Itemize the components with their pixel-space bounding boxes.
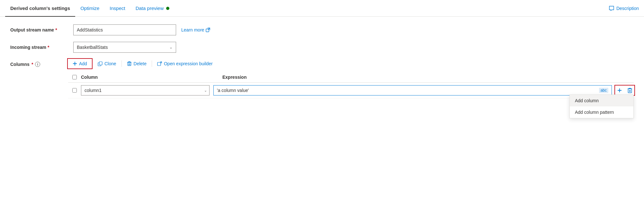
table-row: column1 ⌄ 'a column value' abc xyxy=(68,83,634,98)
add-column-option[interactable]: Add column xyxy=(570,95,633,106)
tab-inspect[interactable]: Inspect xyxy=(104,0,130,17)
chevron-down-icon: ⌄ xyxy=(169,45,173,50)
required-star: * xyxy=(55,27,57,32)
plus-icon xyxy=(73,61,77,66)
delete-button[interactable]: Delete xyxy=(122,59,151,68)
incoming-stream-select[interactable]: BasketballStats ⌄ xyxy=(73,42,176,53)
columns-toolbar: Add Clone xyxy=(68,59,634,68)
delete-button-label: Delete xyxy=(134,61,147,66)
status-dot xyxy=(166,7,169,10)
row-add-button[interactable] xyxy=(616,86,623,94)
toolbar-separator-2 xyxy=(121,60,122,67)
expression-type-badge: abc xyxy=(599,88,608,93)
svg-rect-4 xyxy=(157,62,161,66)
row-checkbox[interactable] xyxy=(72,88,77,93)
description-label: Description xyxy=(616,6,639,11)
clone-icon xyxy=(98,61,103,66)
output-stream-row: Output stream name * Learn more xyxy=(10,24,634,35)
learn-more-link[interactable]: Learn more xyxy=(181,27,210,32)
incoming-stream-row: Incoming stream * BasketballStats ⌄ xyxy=(10,42,634,53)
delete-icon xyxy=(127,61,132,66)
expression-value: 'a column value' xyxy=(217,88,249,93)
column-select[interactable]: column1 xyxy=(81,85,210,95)
add-column-dropdown-menu: Add column Add column pattern xyxy=(569,95,634,118)
required-star-3: * xyxy=(31,62,33,67)
incoming-stream-value: BasketballStats xyxy=(77,45,108,50)
clone-button-label: Clone xyxy=(104,61,116,66)
tab-optimize-label: Optimize xyxy=(80,5,99,11)
incoming-stream-dropdown[interactable]: BasketballStats ⌄ xyxy=(73,42,176,53)
svg-rect-2 xyxy=(99,62,102,65)
columns-section: Columns * i Add xyxy=(10,59,634,98)
top-navigation: Derived column's settings Optimize Inspe… xyxy=(0,0,644,17)
row-checkbox-col xyxy=(68,88,81,93)
incoming-stream-label: Incoming stream * xyxy=(10,45,68,50)
chat-icon xyxy=(609,5,614,11)
output-stream-input[interactable] xyxy=(73,24,176,35)
expression-builder-label: Open expression builder xyxy=(164,61,213,66)
tab-inspect-label: Inspect xyxy=(110,5,125,11)
tab-data-preview-label: Data preview xyxy=(136,5,164,11)
tab-derived-settings[interactable]: Derived column's settings xyxy=(5,0,75,17)
columns-table: Column Expression column1 ⌄ xyxy=(68,72,634,98)
row-expression-field[interactable]: 'a column value' abc xyxy=(213,85,612,95)
clone-button[interactable]: Clone xyxy=(93,59,121,68)
toolbar-separator-3 xyxy=(152,60,152,67)
tab-derived-settings-label: Derived column's settings xyxy=(10,5,70,11)
add-button[interactable]: Add xyxy=(68,59,92,68)
add-column-pattern-option[interactable]: Add column pattern xyxy=(570,106,633,118)
expression-header: Expression xyxy=(222,75,634,80)
add-button-label: Add xyxy=(79,61,87,66)
table-header: Column Expression xyxy=(68,72,634,83)
description-button[interactable]: Description xyxy=(609,5,639,11)
row-delete-button[interactable] xyxy=(626,86,634,95)
column-header: Column xyxy=(81,75,222,80)
columns-label: Columns * i xyxy=(10,62,68,67)
expression-builder-icon xyxy=(157,61,162,66)
row-delete-icon xyxy=(627,87,632,93)
row-plus-icon xyxy=(617,88,622,93)
columns-content: Add Clone xyxy=(68,59,634,98)
external-link-icon xyxy=(206,28,210,32)
toolbar-separator-1 xyxy=(92,60,93,67)
expression-builder-button[interactable]: Open expression builder xyxy=(153,59,217,68)
required-star-2: * xyxy=(48,45,49,50)
info-icon[interactable]: i xyxy=(35,62,40,67)
tab-data-preview[interactable]: Data preview xyxy=(130,0,175,17)
select-all-checkbox[interactable] xyxy=(72,75,77,79)
main-content: Output stream name * Learn more Incoming… xyxy=(0,17,644,106)
row-column-dropdown[interactable]: column1 ⌄ xyxy=(81,85,210,95)
header-checkbox-col xyxy=(68,75,81,79)
row-actions: Add column Add column pattern xyxy=(616,86,634,95)
tab-optimize[interactable]: Optimize xyxy=(75,0,104,17)
output-stream-label: Output stream name * xyxy=(10,27,68,32)
